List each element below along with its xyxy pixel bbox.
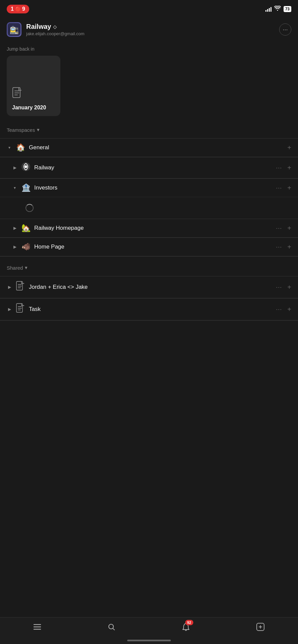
signal-bar-1 (265, 10, 266, 12)
add-jordan-button[interactable]: + (287, 283, 291, 291)
status-left: 1 🔴 9 (7, 5, 29, 13)
actions-railway: ··· + (276, 164, 291, 172)
label-investors: Investors (34, 184, 272, 191)
app-icon: 🚉 (7, 22, 21, 37)
tree-item-home-page[interactable]: ▶ 🐗 Home Page ··· + (0, 238, 298, 256)
compose-icon (256, 623, 265, 633)
tree-item-railway-homepage[interactable]: ▶ 🏡 Railway Homepage ··· + (0, 219, 298, 237)
signal-bar-3 (269, 8, 270, 12)
nav-compose[interactable] (256, 623, 265, 633)
dots-task-button[interactable]: ··· (276, 306, 282, 313)
actions-general: + (287, 144, 291, 152)
chevron-task: ▶ (7, 307, 12, 312)
header-info: Railway ◇ jake.elijah.cooper@gmail.com (26, 23, 85, 36)
header-email: jake.elijah.cooper@gmail.com (26, 31, 85, 36)
teamspaces-chevron-icon: ▾ (37, 127, 40, 133)
label-jordan: Jordan + Erica <> Jake (29, 284, 272, 290)
camera-icon: 🔴 (15, 6, 21, 12)
nav-search[interactable] (107, 623, 115, 633)
status-right: 73 (265, 6, 291, 12)
tree-item-railway[interactable]: ▶ Railway ··· + (0, 157, 298, 178)
signal-bars (265, 6, 271, 12)
icon-railway-homepage: 🏡 (21, 224, 31, 232)
nav-notifications[interactable]: 92 (182, 623, 190, 633)
loading-spinner (0, 197, 298, 219)
header-chevron-icon: ◇ (53, 24, 57, 30)
add-task-button[interactable]: + (287, 306, 291, 313)
icon-investors: 🏦 (21, 183, 31, 192)
document-icon (12, 87, 55, 101)
add-investors-button[interactable]: + (287, 184, 291, 192)
icon-railway (21, 162, 31, 173)
notification-text: 1 (11, 6, 14, 12)
dots-railway-button[interactable]: ··· (276, 164, 282, 171)
chevron-home-page: ▶ (12, 245, 17, 249)
actions-railway-homepage: ··· + (276, 224, 291, 232)
label-task: Task (29, 306, 272, 313)
spinner-icon (26, 204, 34, 212)
actions-investors: ··· + (276, 184, 291, 192)
header-left[interactable]: 🚉 Railway ◇ jake.elijah.cooper@gmail.com (7, 22, 85, 37)
shared-label: Shared (7, 265, 23, 271)
battery-level: 73 (285, 7, 290, 11)
svg-point-4 (24, 165, 27, 168)
icon-jordan (15, 281, 26, 293)
home-indicator (127, 640, 171, 641)
chevron-general: ▾ (7, 145, 12, 150)
add-home-page-button[interactable]: + (287, 243, 291, 251)
add-railway-button[interactable]: + (287, 164, 291, 172)
icon-home-page: 🐗 (21, 243, 31, 251)
shared-section-header[interactable]: Shared ▾ (0, 257, 298, 276)
content-area: 🚉 Railway ◇ jake.elijah.cooper@gmail.com… (0, 18, 298, 354)
teamspaces-section-header[interactable]: Teamspaces ▾ (0, 119, 298, 138)
jump-back-title: January 2020 (12, 105, 55, 111)
tree-item-general[interactable]: ▾ 🏠 General + (0, 139, 298, 157)
label-general: General (29, 144, 284, 151)
shared-chevron-icon: ▾ (25, 265, 28, 271)
menu-icon (33, 623, 41, 633)
chevron-railway-homepage: ▶ (12, 226, 17, 230)
dots-home-page-button[interactable]: ··· (276, 244, 282, 251)
battery-indicator: 73 (284, 6, 291, 12)
notification-count: 9 (22, 6, 25, 12)
tree-item-jordan-erica-jake[interactable]: ▶ Jordan + Erica <> Jake ··· + (0, 276, 298, 298)
signal-bar-4 (270, 7, 271, 12)
app-name: Railway (26, 23, 51, 31)
dots-investors-button[interactable]: ··· (276, 184, 282, 192)
more-options-icon: ··· (283, 26, 288, 33)
dots-railway-homepage-button[interactable]: ··· (276, 225, 282, 232)
notification-pill: 1 🔴 9 (7, 5, 29, 13)
chevron-railway: ▶ (12, 165, 17, 170)
actions-task: ··· + (276, 306, 291, 313)
label-home-page: Home Page (34, 244, 272, 250)
actions-jordan: ··· + (276, 283, 291, 291)
chevron-investors: ▾ (12, 185, 17, 190)
signal-bar-2 (267, 9, 268, 12)
actions-home-page: ··· + (276, 243, 291, 251)
more-options-button[interactable]: ··· (279, 23, 291, 36)
notification-badge: 92 (185, 620, 193, 625)
icon-general: 🏠 (15, 143, 26, 152)
svg-text:🚉: 🚉 (10, 25, 19, 35)
wifi-icon (274, 6, 281, 12)
label-railway: Railway (34, 164, 272, 171)
jump-back-label: Jump back in (0, 41, 298, 56)
tree-item-investors[interactable]: ▾ 🏦 Investors ··· + (0, 179, 298, 197)
nav-menu[interactable] (33, 623, 41, 633)
divider-9 (0, 320, 298, 321)
header: 🚉 Railway ◇ jake.elijah.cooper@gmail.com… (0, 18, 298, 41)
status-bar: 1 🔴 9 73 (0, 0, 298, 17)
icon-task (15, 303, 26, 315)
tree-item-task[interactable]: ▶ Task ··· + (0, 299, 298, 320)
bell-icon: 92 (182, 623, 190, 633)
search-icon (107, 623, 115, 633)
jump-back-card[interactable]: January 2020 (7, 56, 60, 116)
header-title[interactable]: Railway ◇ (26, 23, 85, 31)
add-general-button[interactable]: + (287, 144, 291, 152)
chevron-jordan: ▶ (7, 285, 12, 289)
add-railway-homepage-button[interactable]: + (287, 224, 291, 232)
teamspaces-label: Teamspaces (7, 127, 35, 133)
label-railway-homepage: Railway Homepage (34, 225, 272, 231)
dots-jordan-button[interactable]: ··· (276, 284, 282, 291)
